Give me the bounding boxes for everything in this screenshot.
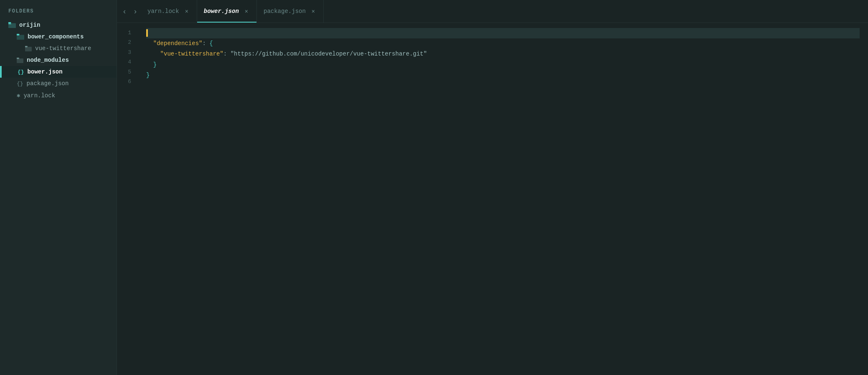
yellow-bar bbox=[146, 29, 148, 37]
folder-open-icon-bower bbox=[17, 34, 24, 40]
folder-open-icon bbox=[8, 22, 16, 28]
sidebar-item-vue-twittershare[interactable]: vue-twittershare bbox=[0, 43, 117, 54]
bower-components-label: bower_components bbox=[28, 33, 84, 40]
sidebar-item-node-modules[interactable]: node_modules bbox=[0, 54, 117, 66]
code-line-5: } bbox=[146, 70, 860, 81]
line-numbers: 1 2 3 4 5 6 bbox=[117, 23, 138, 375]
bower-json-label: bower.json bbox=[28, 68, 63, 75]
tab-bower-json-label: bower.json bbox=[204, 8, 239, 15]
line-num-2: 2 bbox=[121, 38, 131, 47]
sidebar-item-bower-components[interactable]: bower_components bbox=[0, 31, 117, 43]
tab-bar: ‹ › yarn.lock × bower.json × package.jso… bbox=[117, 0, 868, 23]
node-modules-label: node_modules bbox=[27, 57, 69, 63]
token-brace-close-inner: } bbox=[153, 61, 157, 68]
svg-rect-3 bbox=[17, 35, 24, 40]
tab-yarn-lock-close[interactable]: × bbox=[183, 7, 190, 15]
sidebar-item-bower-json[interactable]: {} bower.json bbox=[0, 66, 117, 78]
svg-rect-6 bbox=[25, 46, 28, 47]
package-json-label: package.json bbox=[27, 80, 69, 87]
svg-rect-7 bbox=[17, 58, 23, 63]
sidebar-item-orijin[interactable]: orijin bbox=[0, 19, 117, 31]
tab-package-json-close[interactable]: × bbox=[310, 7, 317, 15]
tab-bower-json[interactable]: bower.json × bbox=[197, 0, 257, 23]
asterisk-icon-yarn: ✱ bbox=[17, 92, 20, 99]
folders-header: FOLDERS bbox=[0, 4, 117, 19]
tab-package-json-label: package.json bbox=[264, 8, 306, 15]
token-url-value: "https://github.com/unicodeveloper/vue-t… bbox=[231, 51, 427, 57]
json-icon-package: {} bbox=[17, 81, 23, 87]
code-editor[interactable]: "dependencies": { "vue-twittershare": "h… bbox=[138, 23, 868, 375]
line-num-1: 1 bbox=[121, 28, 131, 38]
token-brace-open: { bbox=[209, 40, 213, 47]
tab-yarn-lock[interactable]: yarn.lock × bbox=[141, 0, 197, 23]
folder-icon-vue bbox=[25, 46, 32, 51]
editor-content[interactable]: 1 2 3 4 5 6 "dependencies": { "vue-twitt… bbox=[117, 23, 868, 375]
token-brace-close-outer: } bbox=[146, 72, 150, 79]
token-key-vue: "vue-twittershare" bbox=[160, 51, 223, 57]
line-num-6: 6 bbox=[121, 77, 131, 86]
code-line-4: } bbox=[146, 60, 860, 70]
json-icon-bower: {} bbox=[18, 69, 24, 75]
folder-icon-node bbox=[17, 58, 23, 63]
orijin-label: orijin bbox=[19, 22, 40, 28]
editor-area: ‹ › yarn.lock × bower.json × package.jso… bbox=[117, 0, 868, 375]
token-colon-1: : bbox=[202, 40, 209, 47]
svg-rect-5 bbox=[25, 47, 32, 51]
sidebar-item-package-json[interactable]: {} package.json bbox=[0, 78, 117, 89]
tab-yarn-lock-label: yarn.lock bbox=[147, 8, 179, 15]
token-colon-2: : bbox=[223, 51, 231, 57]
code-line-2: "dependencies": { bbox=[146, 38, 860, 49]
svg-rect-4 bbox=[17, 34, 19, 35]
line-num-3: 3 bbox=[121, 48, 131, 57]
line-num-5: 5 bbox=[121, 67, 131, 77]
sidebar: FOLDERS orijin bower_components bbox=[0, 0, 117, 375]
sidebar-item-yarn-lock[interactable]: ✱ yarn.lock bbox=[0, 89, 117, 101]
nav-forward-button[interactable]: › bbox=[130, 5, 141, 18]
vue-twittershare-label: vue-twittershare bbox=[35, 45, 91, 52]
code-line-6 bbox=[146, 81, 860, 91]
code-line-3: "vue-twittershare": "https://github.com/… bbox=[146, 49, 860, 59]
yarn-lock-label: yarn.lock bbox=[23, 92, 55, 99]
tab-bower-json-close[interactable]: × bbox=[243, 7, 250, 15]
svg-rect-2 bbox=[8, 22, 11, 24]
token-key-dependencies: "dependencies" bbox=[153, 40, 203, 47]
svg-rect-8 bbox=[17, 58, 19, 59]
nav-back-button[interactable]: ‹ bbox=[119, 5, 130, 18]
line-num-4: 4 bbox=[121, 57, 131, 67]
tab-package-json[interactable]: package.json × bbox=[257, 0, 324, 23]
code-line-1 bbox=[146, 28, 860, 38]
